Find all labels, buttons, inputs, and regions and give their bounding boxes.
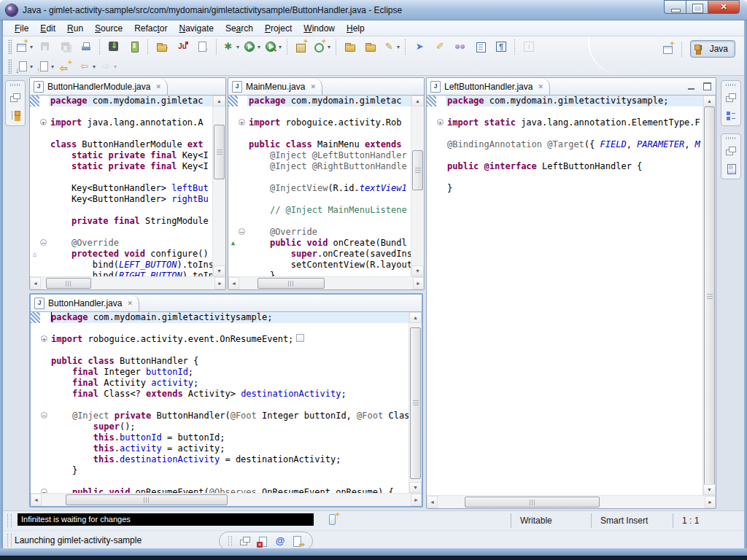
- horizontal-scrollbar[interactable]: [31, 493, 422, 506]
- save-all-button[interactable]: [56, 38, 75, 55]
- fold-collapse-icon[interactable]: −: [41, 412, 47, 419]
- menu-item-run[interactable]: Run: [61, 21, 89, 36]
- save-button[interactable]: [36, 38, 55, 55]
- vertical-scrollbar[interactable]: [409, 312, 422, 493]
- scroll-right-icon[interactable]: [411, 494, 422, 506]
- maximize-pane-icon[interactable]: [702, 81, 712, 91]
- scroll-left-icon[interactable]: [30, 277, 41, 289]
- tab-buttonhandler[interactable]: J ButtonHandler.java ✕: [31, 295, 139, 311]
- scroll-down-icon[interactable]: [411, 265, 424, 276]
- title-bar[interactable]: Java - gimlet-activity-sample/src/com/my…: [0, 0, 747, 20]
- scroll-right-icon[interactable]: [214, 277, 225, 289]
- back-button[interactable]: ⇦▾: [77, 58, 97, 75]
- toolbar-handle[interactable]: [8, 59, 12, 74]
- fast-view-icon[interactable]: [327, 513, 338, 525]
- scroll-up-icon[interactable]: [213, 96, 225, 106]
- scroll-right-icon[interactable]: [413, 277, 424, 289]
- scroll-left-icon[interactable]: [31, 494, 42, 506]
- last-edit-location-button[interactable]: [57, 58, 76, 75]
- debug-button[interactable]: ✱▾: [221, 38, 241, 55]
- menu-item-refactor[interactable]: Refactor: [128, 21, 173, 36]
- horizontal-scrollbar[interactable]: [427, 495, 716, 508]
- open-perspective-icon[interactable]: [662, 43, 674, 55]
- menu-item-search[interactable]: Search: [220, 21, 259, 36]
- fold-expand-icon[interactable]: +: [41, 335, 47, 342]
- open-resource-button[interactable]: [361, 38, 380, 55]
- statusbar-handle[interactable]: [7, 534, 12, 547]
- dropdown-arrow-icon[interactable]: ▾: [328, 44, 330, 50]
- scroll-down-icon[interactable]: [213, 265, 225, 276]
- scrollbar-thumb[interactable]: [258, 278, 325, 289]
- scroll-down-icon[interactable]: [703, 484, 716, 495]
- scroll-left-icon[interactable]: [228, 277, 239, 289]
- menu-item-window[interactable]: Window: [298, 21, 341, 36]
- dropdown-arrow-icon[interactable]: ▾: [258, 44, 260, 50]
- dropdown-arrow-icon[interactable]: ▾: [30, 63, 33, 70]
- android-sdk-manager-button[interactable]: [104, 38, 123, 55]
- new-class-button[interactable]: ▾: [312, 38, 332, 55]
- new-android-project-button[interactable]: +: [152, 38, 171, 55]
- tab-close-icon[interactable]: ✕: [538, 83, 543, 90]
- horizontal-scrollbar[interactable]: [228, 276, 424, 289]
- scrollbar-thumb[interactable]: [410, 327, 421, 479]
- open-type-button[interactable]: [341, 38, 360, 55]
- javadoc-view-icon[interactable]: @: [274, 535, 286, 547]
- tab-close-icon[interactable]: ✕: [155, 83, 161, 90]
- tab-close-icon[interactable]: ✕: [310, 83, 316, 90]
- scrollbar-thumb[interactable]: [214, 125, 225, 179]
- declaration-view-icon[interactable]: [292, 535, 303, 547]
- dropdown-arrow-icon[interactable]: ▾: [279, 44, 282, 50]
- fold-collapse-icon[interactable]: −: [239, 228, 245, 235]
- new-java-project-button[interactable]: [292, 38, 311, 55]
- mark-occurrences-button[interactable]: [451, 38, 470, 55]
- dropdown-arrow-icon[interactable]: ▾: [114, 63, 117, 70]
- menu-item-edit[interactable]: Edit: [34, 21, 61, 36]
- run-button[interactable]: ▾: [242, 38, 262, 55]
- dropdown-arrow-icon[interactable]: ▾: [51, 63, 54, 70]
- fold-collapse-icon[interactable]: −: [40, 239, 47, 246]
- java-perspective-button[interactable]: J Java: [690, 40, 735, 58]
- tab-leftbuttonhandler[interactable]: J LeftButtonHandler.java ✕: [427, 79, 550, 95]
- close-button[interactable]: [708, 0, 740, 14]
- horizontal-scrollbar[interactable]: [30, 276, 225, 289]
- menu-item-project[interactable]: Project: [259, 21, 298, 36]
- package-explorer-icon[interactable]: [9, 109, 21, 121]
- print-button[interactable]: [77, 38, 96, 55]
- toolbar-handle[interactable]: [8, 39, 12, 54]
- code-editor[interactable]: package com.mydomain.gimletactivitysampl…: [427, 96, 703, 495]
- tab-close-icon[interactable]: ✕: [127, 300, 133, 307]
- code-editor[interactable]: package com.mydomain.gimletac+import jav…: [30, 96, 212, 276]
- outline-view-icon[interactable]: [725, 109, 737, 121]
- paintbrush-button[interactable]: ✎▾: [382, 38, 401, 55]
- code-editor[interactable]: package com.mydomain.gimletac+import rob…: [228, 96, 411, 276]
- code-editor[interactable]: package com.mydomain.gimletactivitysampl…: [31, 312, 409, 493]
- scrollbar-thumb[interactable]: [465, 497, 600, 508]
- scroll-left-icon[interactable]: [427, 496, 438, 508]
- new-wizard-button[interactable]: ▾: [15, 38, 34, 55]
- skip-breakpoints-button[interactable]: ➤: [410, 38, 429, 55]
- run-external-tools-button[interactable]: ▪▾: [263, 38, 283, 55]
- scrollbar-thumb[interactable]: [46, 278, 91, 289]
- collapsed-code-icon[interactable]: [296, 334, 304, 342]
- scroll-up-icon[interactable]: [703, 96, 716, 106]
- restore-view-icon[interactable]: [239, 535, 251, 547]
- vertical-scrollbar[interactable]: [703, 96, 716, 495]
- dropdown-arrow-icon[interactable]: ▾: [93, 63, 96, 70]
- menu-item-file[interactable]: File: [9, 21, 34, 36]
- show-whitespace-button[interactable]: ¶: [492, 38, 511, 55]
- show-selected-element-button[interactable]: [471, 38, 490, 55]
- new-android-test-project-button[interactable]: ✦: [193, 38, 212, 55]
- scroll-up-icon[interactable]: [409, 312, 422, 323]
- minimize-pane-icon[interactable]: [686, 81, 697, 91]
- scroll-down-icon[interactable]: [409, 482, 422, 493]
- scrollbar-thumb[interactable]: [412, 150, 423, 190]
- scroll-right-icon[interactable]: [705, 496, 716, 508]
- minimize-button[interactable]: [664, 0, 686, 14]
- vertical-scrollbar[interactable]: [212, 96, 225, 276]
- restore-view-icon[interactable]: [9, 92, 21, 104]
- menu-item-help[interactable]: Help: [341, 21, 371, 36]
- menu-item-navigate[interactable]: Navigate: [174, 21, 220, 36]
- tab-mainmenu[interactable]: J MainMenu.java ✕: [228, 79, 322, 95]
- vertical-scrollbar[interactable]: [411, 96, 424, 276]
- next-annotation-button[interactable]: ▾: [15, 58, 34, 75]
